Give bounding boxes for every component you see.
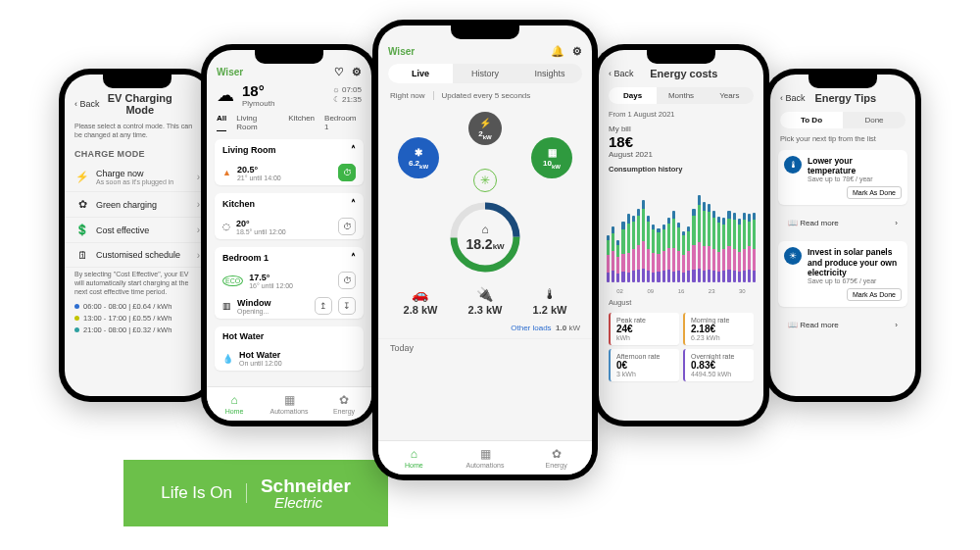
nav-home[interactable]: ⌂Home	[378, 441, 450, 475]
hw-sub: On until 12:00	[239, 360, 356, 367]
stacked-bar-chart	[603, 179, 760, 282]
grid-bubble: ⚡ 2kW	[468, 112, 502, 145]
grid-icon: ▦	[450, 447, 521, 461]
chevron-up-icon[interactable]: ˄	[351, 144, 356, 155]
nav-automations[interactable]: ▦Automations	[450, 441, 521, 475]
from-label: From 1 August 2021	[599, 108, 763, 121]
back-button[interactable]: ‹ Back	[609, 69, 634, 78]
status-row: Right now Updated every 5 seconds	[378, 87, 592, 104]
home-kw: 18.2kW	[466, 236, 504, 252]
chevron-up-icon[interactable]: ˄	[351, 198, 356, 209]
seg-years[interactable]: Years	[706, 87, 754, 104]
other-loads-link[interactable]: Other loads	[511, 324, 551, 332]
charge-mode-option[interactable]: ✿ Green charging ›	[65, 192, 210, 218]
nav-energy[interactable]: ✿Energy	[317, 387, 371, 421]
rate-card: Overnight rate0.83€4494.50 kWh	[683, 349, 754, 381]
room-tabs: AllLiving RoomKitchenBedroom 1	[207, 110, 371, 135]
status-updated: Updated every 5 seconds	[433, 91, 531, 100]
room-card-living[interactable]: Living Room˄ ▲ 20.5° 21° until 14:00 ⏱	[215, 139, 364, 185]
chart-bar	[647, 216, 650, 282]
dot-icon	[74, 304, 79, 309]
page-title: Energy Tips	[806, 92, 886, 104]
read-more-1[interactable]: 📖 Read more›	[778, 213, 907, 233]
nav-automations[interactable]: ▦Automations	[262, 387, 317, 421]
mark-done-button[interactable]: Mark As Done	[847, 288, 902, 301]
open-button[interactable]: ↥	[315, 297, 332, 315]
charge-mode-option[interactable]: ⚡ Charge nowAs soon as it's plugged in ›	[65, 163, 210, 192]
read-more-2[interactable]: 📖 Read more›	[778, 315, 907, 335]
x-tick: 30	[739, 288, 746, 294]
metric-plug: 🔌2.3 kW	[468, 286, 503, 316]
x-tick: 09	[647, 288, 654, 294]
tip-card-1[interactable]: 🌡 Lower your temperature Save up to 78€ …	[778, 150, 907, 205]
tab-living-room[interactable]: Living Room	[236, 114, 278, 131]
x-tick: 02	[616, 288, 623, 294]
eco-icon: ECO	[222, 275, 243, 286]
chevron-up-icon[interactable]: ˄	[351, 252, 356, 263]
pill-insights[interactable]: Insights	[517, 64, 582, 83]
hotwater-card[interactable]: Hot Water 💧 Hot Water On until 12:00	[215, 326, 364, 371]
nav-energy[interactable]: ✿Energy	[520, 441, 592, 475]
pill-live[interactable]: Live	[388, 64, 453, 83]
tip-card-2[interactable]: ☀ Invest in solar panels and produce you…	[778, 241, 907, 307]
room-card-bedroom[interactable]: Bedroom 1˄ ECO 17.5° 16° until 12:00 ⏱ ▥…	[215, 247, 364, 319]
mode-icon: ✿	[74, 198, 90, 211]
x-axis: 0209162330	[599, 286, 763, 296]
charge-mode-option[interactable]: 🗓 Customised schedule ›	[65, 243, 210, 268]
gear-icon[interactable]: ⚙	[572, 45, 582, 58]
bell-icon[interactable]: ♡	[334, 66, 344, 78]
mode-label: Charge nowAs soon as it's plugged in	[96, 169, 191, 185]
nav-home[interactable]: ⌂Home	[207, 387, 262, 421]
tip-sub: Save up to 675€ / year	[808, 277, 902, 284]
chart-bar	[612, 226, 614, 282]
chart-bar	[616, 240, 619, 282]
boost-button[interactable]: ⏱	[338, 272, 356, 289]
tip-title: Lower your temperature	[808, 156, 902, 175]
period-segment: Days Months Years	[609, 87, 754, 104]
tab-bedroom-1[interactable]: Bedroom 1	[324, 114, 362, 131]
bill-value: 18€	[609, 133, 754, 150]
chevron-right-icon: ›	[197, 250, 200, 261]
room-name: Living Room	[222, 145, 276, 155]
chart-bar	[632, 216, 635, 282]
chart-bar	[621, 222, 624, 282]
tip-sub: Save up to 78€ / year	[808, 175, 902, 182]
history-label: Consumption history	[599, 163, 763, 175]
seg-days[interactable]: Days	[609, 87, 657, 104]
chart-bar	[667, 218, 670, 282]
close-button[interactable]: ↧	[338, 297, 356, 315]
gear-icon[interactable]: ⚙	[352, 66, 362, 78]
chart-bar	[703, 202, 706, 282]
grid-icon: ▦	[262, 393, 317, 407]
window-sub: Opening...	[237, 308, 309, 315]
intro-text: Please select a control mode. This can b…	[65, 120, 210, 141]
mark-done-button[interactable]: Mark As Done	[847, 186, 902, 199]
boost-button[interactable]: ⏱	[338, 218, 356, 235]
seg-done[interactable]: Done	[843, 112, 906, 128]
seg-todo[interactable]: To Do	[780, 112, 843, 128]
back-button[interactable]: ‹ Back	[780, 93, 806, 103]
bill-widget: My bill 18€ August 2021	[609, 125, 754, 159]
bill-sub: August 2021	[609, 150, 754, 159]
schedule-item: 13:00 - 17:00 | £0.55 / kWh	[74, 314, 200, 323]
chart-bar	[722, 218, 725, 282]
room-card-kitchen[interactable]: Kitchen˄ ◌ 20° 18.5° until 12:00 ⏱	[215, 193, 364, 239]
room-temp: 17.5°	[249, 273, 332, 282]
drop-icon: ◌	[222, 222, 230, 231]
notch	[647, 50, 715, 64]
chart-bar	[698, 195, 701, 282]
schedule-list: 06:00 - 08:00 | £0.64 / kWh13:00 - 17:00…	[65, 298, 210, 341]
charge-mode-option[interactable]: 💲 Cost effective ›	[65, 218, 210, 243]
bell-icon[interactable]: 🔔	[551, 45, 564, 58]
pill-history[interactable]: History	[453, 64, 517, 83]
cloud-icon: ☁	[217, 84, 234, 106]
seg-months[interactable]: Months	[657, 87, 705, 104]
flame-icon: ▲	[222, 168, 231, 177]
phone-energy-costs: ‹ Back Energy costs Days Months Years Fr…	[593, 44, 769, 426]
chart-bar	[677, 223, 680, 282]
tab-kitchen[interactable]: Kitchen	[288, 114, 315, 131]
tab-all[interactable]: All	[217, 114, 226, 131]
page-title: EV Charging Mode	[100, 92, 180, 116]
boost-button[interactable]: ⏱	[338, 164, 356, 181]
back-button[interactable]: ‹ Back	[74, 99, 100, 109]
